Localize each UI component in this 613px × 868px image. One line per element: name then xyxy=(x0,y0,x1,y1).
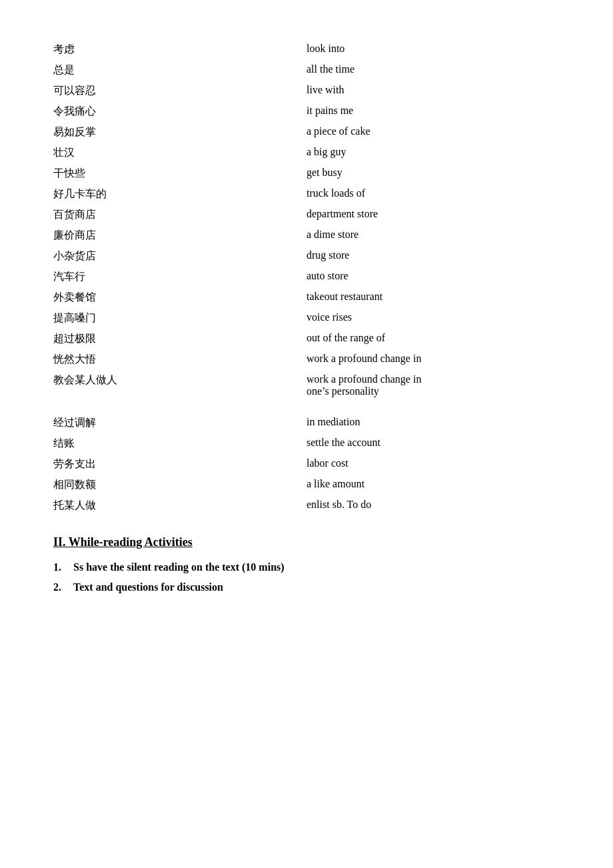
chinese-term: 可以容忍 xyxy=(53,81,306,101)
spacer-row xyxy=(53,401,560,413)
chinese-term: 提高嗓门 xyxy=(53,309,306,328)
english-term: it pains me xyxy=(306,102,560,119)
english-term: all the time xyxy=(306,61,560,78)
vocab-row: 令我痛心it pains me xyxy=(53,102,560,121)
english-term: takeout restaurant xyxy=(306,288,560,305)
activity-item: 2.Text and questions for discussion xyxy=(53,581,560,593)
english-term: look into xyxy=(306,40,560,57)
vocab-row: 结账settle the account xyxy=(53,434,560,453)
vocab-row: 壮汉a big guy xyxy=(53,143,560,163)
english-term: auto store xyxy=(306,267,560,285)
english-term: department store xyxy=(306,205,560,223)
vocab-row: 可以容忍live with xyxy=(53,81,560,101)
english-term: work a profound change inone’s personali… xyxy=(306,371,560,400)
item-text: Ss have the silent reading on the text (… xyxy=(73,561,560,573)
english-term: a big guy xyxy=(306,143,560,161)
vocab-row: 考虑look into xyxy=(53,40,560,59)
vocab-row: 提高嗓门voice rises xyxy=(53,309,560,328)
chinese-term: 结账 xyxy=(53,434,306,453)
vocab-row: 廉价商店a dime store xyxy=(53,226,560,245)
chinese-term: 小杂货店 xyxy=(53,247,306,266)
english-term: voice rises xyxy=(306,309,560,326)
vocab-row: 恍然大悟work a profound change in xyxy=(53,350,560,369)
chinese-term: 总是 xyxy=(53,61,306,80)
chinese-term: 壮汉 xyxy=(53,143,306,163)
english-term: truck loads of xyxy=(306,185,560,202)
english-term: in mediation xyxy=(306,413,560,431)
english-term: work a profound change in xyxy=(306,350,560,367)
section-heading: II. While-reading Activities xyxy=(53,535,560,549)
english-term: get busy xyxy=(306,164,560,181)
english-term: labor cost xyxy=(306,455,560,472)
chinese-term: 汽车行 xyxy=(53,267,306,287)
vocab-row: 经过调解in mediation xyxy=(53,413,560,433)
vocab-row: 易如反掌a piece of cake xyxy=(53,123,560,142)
vocab-row: 干快些get busy xyxy=(53,164,560,183)
item-number: 2. xyxy=(53,581,73,593)
vocab-table: 考虑look into总是all the time可以容忍live with令我… xyxy=(53,40,560,515)
vocab-row: 好几卡车的truck loads of xyxy=(53,185,560,204)
vocab-row: 相同数额a like amount xyxy=(53,475,560,495)
english-term: enlist sb. To do xyxy=(306,496,560,513)
chinese-term: 易如反掌 xyxy=(53,123,306,142)
vocab-row: 劳务支出labor cost xyxy=(53,455,560,474)
english-term: a dime store xyxy=(306,226,560,243)
english-term-line: one’s personality xyxy=(306,385,560,397)
item-number: 1. xyxy=(53,561,73,573)
chinese-term: 相同数额 xyxy=(53,475,306,495)
english-term: live with xyxy=(306,81,560,99)
chinese-term: 经过调解 xyxy=(53,413,306,433)
vocab-row: 总是all the time xyxy=(53,61,560,80)
item-text: Text and questions for discussion xyxy=(73,581,560,593)
english-term: drug store xyxy=(306,247,560,264)
chinese-term: 干快些 xyxy=(53,164,306,183)
chinese-term: 教会某人做人 xyxy=(53,371,306,390)
vocab-row: 教会某人做人work a profound change inone’s per… xyxy=(53,371,560,400)
vocab-row: 小杂货店drug store xyxy=(53,247,560,266)
english-term-line: work a profound change in xyxy=(306,373,560,385)
chinese-term: 超过极限 xyxy=(53,329,306,349)
chinese-term: 外卖餐馆 xyxy=(53,288,306,307)
english-term: out of the range of xyxy=(306,329,560,347)
chinese-term: 恍然大悟 xyxy=(53,350,306,369)
vocab-row: 托某人做enlist sb. To do xyxy=(53,496,560,515)
english-term: settle the account xyxy=(306,434,560,451)
activity-item: 1.Ss have the silent reading on the text… xyxy=(53,561,560,573)
vocab-row: 百货商店department store xyxy=(53,205,560,225)
vocab-row: 汽车行auto store xyxy=(53,267,560,287)
chinese-term: 托某人做 xyxy=(53,496,306,515)
vocab-row: 超过极限out of the range of xyxy=(53,329,560,349)
chinese-term: 百货商店 xyxy=(53,205,306,225)
english-term: a like amount xyxy=(306,475,560,493)
chinese-term: 劳务支出 xyxy=(53,455,306,474)
chinese-term: 廉价商店 xyxy=(53,226,306,245)
chinese-term: 令我痛心 xyxy=(53,102,306,121)
chinese-term: 考虑 xyxy=(53,40,306,59)
chinese-term: 好几卡车的 xyxy=(53,185,306,204)
vocab-row: 外卖餐馆takeout restaurant xyxy=(53,288,560,307)
english-term: a piece of cake xyxy=(306,123,560,140)
